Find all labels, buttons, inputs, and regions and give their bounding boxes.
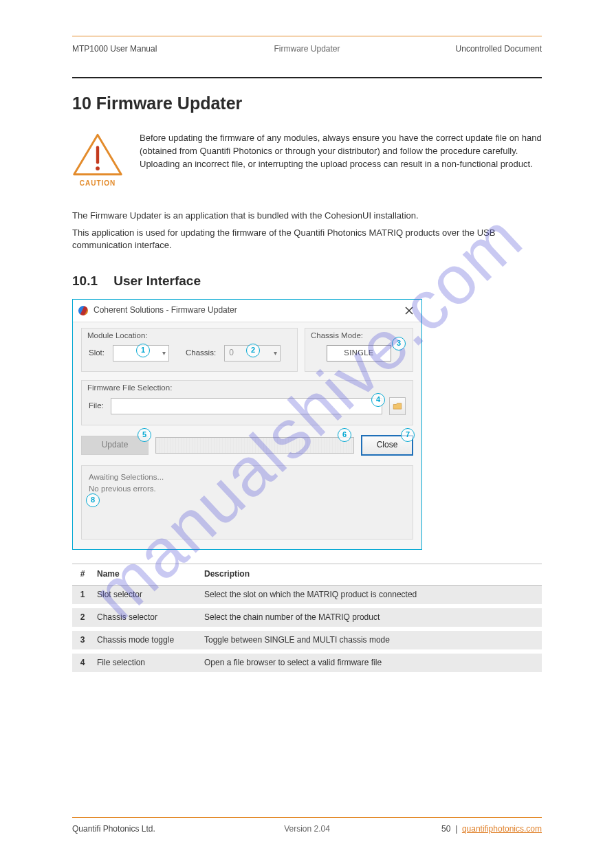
cell-desc: Open a file browser to select a valid fi… <box>200 657 542 669</box>
chassis-label: Chassis: <box>186 347 216 359</box>
cell-name: Chassis mode toggle <box>93 634 200 646</box>
page-header-nav: MTP1000 User Manual Firmware Updater Unc… <box>72 36 542 55</box>
caution-label: CAUTION <box>80 179 116 189</box>
app-icon <box>77 304 89 317</box>
caution-text: Before updating the firmware of any modu… <box>140 132 542 189</box>
caution-block: CAUTION Before updating the firmware of … <box>72 132 542 189</box>
cell-num: 3 <box>72 634 93 646</box>
chassis-mode-legend: Chassis Mode: <box>311 330 363 342</box>
table-row: 3 Chassis mode toggle Toggle between SIN… <box>72 631 542 649</box>
callout-pin-8: 8 <box>86 493 100 507</box>
warning-triangle-icon <box>72 133 123 176</box>
update-button[interactable]: Update <box>81 436 149 455</box>
table-row: 2 Chassis selector Select the chain numb… <box>72 608 542 627</box>
cell-name: File selection <box>93 657 200 669</box>
footer-center: Version 2.04 <box>284 823 330 835</box>
module-location-legend: Module Location: <box>87 330 148 342</box>
chevron-down-icon: ▾ <box>274 348 277 359</box>
intro-paragraph-1: The Firmware Updater is an application t… <box>72 210 542 223</box>
table-row: 4 File selection Open a file browser to … <box>72 654 542 672</box>
folder-icon <box>393 403 402 410</box>
callout-pin-3: 3 <box>392 337 406 350</box>
file-legend: Firmware File Selection: <box>87 382 172 394</box>
window-close-button[interactable] <box>402 304 416 318</box>
footer-link[interactable]: quantifiphotonics.com <box>462 824 542 834</box>
cell-num: 1 <box>72 589 93 601</box>
nav-left: MTP1000 User Manual <box>72 43 157 55</box>
cell-num: 2 <box>72 612 93 623</box>
subsection-number: 10.1 <box>72 274 98 288</box>
browse-button[interactable] <box>389 397 406 415</box>
cell-desc: Select the slot on which the MATRIQ prod… <box>200 589 542 601</box>
progress-bar <box>155 437 354 454</box>
chassis-selector[interactable]: 0 ▾ <box>224 345 281 361</box>
table-row: 1 Slot selector Select the slot on which… <box>72 586 542 604</box>
reference-table: # Name Description 1 Slot selector Selec… <box>72 564 542 672</box>
page-title: 10 Firmware Updater <box>72 91 542 115</box>
file-path-input[interactable] <box>111 398 382 414</box>
module-location-group: Module Location: Slot: ▾ Chassis: 0 ▾ <box>81 328 298 372</box>
status-log: Awaiting Selections... No previous error… <box>81 465 413 539</box>
nav-center: Firmware Updater <box>274 43 340 55</box>
intro-paragraph-2: This application is used for updating th… <box>72 227 542 253</box>
close-icon <box>405 307 413 315</box>
cell-name: Chassis selector <box>93 612 200 623</box>
window-title: Coherent Solutions - Firmware Updater <box>94 304 237 316</box>
chevron-down-icon: ▾ <box>162 348 166 359</box>
footer-page-number: 50 <box>441 824 450 834</box>
nav-right: Uncontrolled Document <box>456 43 542 55</box>
file-label: File: <box>89 400 104 412</box>
subsection-heading: 10.1 User Interface <box>72 271 542 291</box>
slot-selector[interactable]: ▾ <box>113 345 169 361</box>
log-line-2: No previous errors. <box>89 483 406 495</box>
svg-point-2 <box>96 166 100 170</box>
slot-label: Slot: <box>89 347 105 359</box>
chassis-value: 0 <box>225 347 234 359</box>
subsection-title: User Interface <box>113 274 201 288</box>
firmware-file-group: Firmware File Selection: File: 4 <box>81 380 413 425</box>
col-head-num: # <box>72 568 93 580</box>
cell-desc: Toggle between SINGLE and MULTI chassis … <box>200 634 542 646</box>
caution-icon: CAUTION <box>72 132 123 189</box>
footer-left: Quantifi Photonics Ltd. <box>72 823 155 835</box>
page-footer: Quantifi Photonics Ltd. Version 2.04 50 … <box>72 817 542 835</box>
window-titlebar: Coherent Solutions - Firmware Updater <box>73 300 421 322</box>
cell-desc: Select the chain number of the MATRIQ pr… <box>200 612 542 623</box>
log-line-1: Awaiting Selections... <box>89 471 406 483</box>
close-button[interactable]: Close <box>361 435 413 456</box>
col-head-desc: Description <box>200 568 542 580</box>
firmware-updater-window: Coherent Solutions - Firmware Updater Mo… <box>72 299 422 550</box>
cell-num: 4 <box>72 657 93 669</box>
col-head-name: Name <box>93 568 200 580</box>
cell-name: Slot selector <box>93 589 200 601</box>
table-header: # Name Description <box>72 564 542 586</box>
chassis-mode-group: Chassis Mode: SINGLE 3 <box>305 328 413 372</box>
chassis-mode-toggle[interactable]: SINGLE <box>327 345 391 361</box>
section-rule <box>72 77 542 78</box>
